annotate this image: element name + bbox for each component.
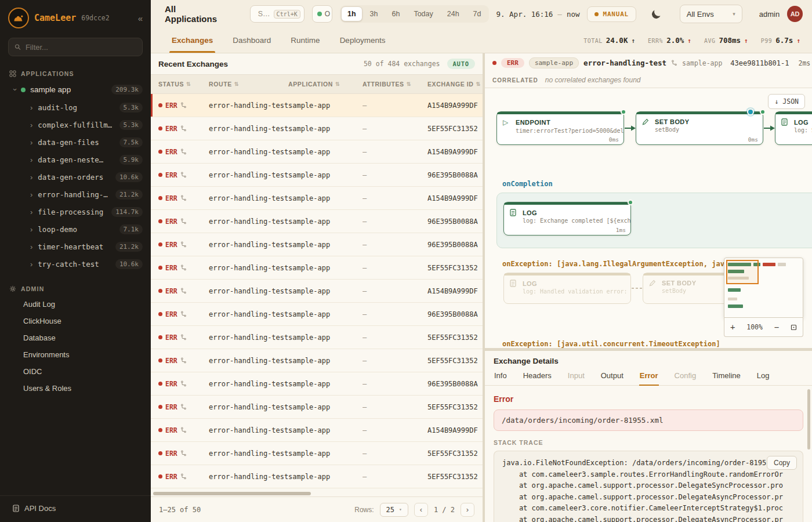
sidebar-route-item[interactable]: › audit-log 5.3k bbox=[0, 99, 151, 116]
table-row[interactable]: ERR error-handling-test sample-app — A15… bbox=[151, 187, 483, 210]
time-range-button[interactable]: 7d bbox=[467, 6, 488, 21]
column-header[interactable]: ATTRIBUTES ⇅ bbox=[362, 81, 427, 88]
time-range-button[interactable]: 3h bbox=[364, 6, 385, 21]
table-row[interactable]: ERR error-handling-test sample-app — 5EF… bbox=[151, 442, 483, 465]
environment-select[interactable]: All Envs ▾ bbox=[680, 5, 742, 23]
zoom-out-button[interactable]: − bbox=[774, 322, 779, 332]
table-row[interactable]: ERR error-handling-test sample-app — 5EF… bbox=[151, 349, 483, 372]
column-header[interactable]: ROUTE ⇅ bbox=[209, 81, 288, 88]
admin-menu-item[interactable]: OIDC bbox=[0, 363, 151, 380]
details-tab[interactable]: Error bbox=[639, 370, 659, 385]
nav-tab[interactable]: Dashboard bbox=[233, 28, 271, 53]
table-row[interactable]: ERR error-handling-test sample-app — 96E… bbox=[151, 372, 483, 396]
admin-menu-item[interactable]: ClickHouse bbox=[0, 313, 151, 329]
date-range[interactable]: 9. Apr. 16:16 — now bbox=[496, 10, 580, 19]
time-range-button[interactable]: Today bbox=[407, 6, 439, 21]
sort-icon[interactable]: ⇅ bbox=[407, 81, 411, 87]
exchange-id-cell: A154B9A999DF bbox=[427, 426, 483, 434]
table-row[interactable]: ERR error-handling-test sample-app — A15… bbox=[151, 419, 483, 442]
table-row[interactable]: ERR error-handling-test sample-app — 96E… bbox=[151, 210, 483, 233]
oncompletion-log-node[interactable]: LOG log: Exchange completed [${exchan 1m… bbox=[503, 202, 631, 235]
table-row[interactable]: ERR error-handling-test sample-app — A15… bbox=[151, 280, 483, 303]
time-range-button[interactable]: 6h bbox=[385, 6, 406, 21]
sidebar-app-sample-app[interactable]: › sample app 209.3k bbox=[0, 81, 151, 99]
details-tab[interactable]: Log bbox=[756, 370, 770, 385]
details-tab[interactable]: Info bbox=[494, 370, 507, 385]
filter-input[interactable] bbox=[26, 43, 136, 52]
application-cell: sample-app bbox=[288, 426, 362, 434]
details-tab[interactable]: Config bbox=[674, 370, 697, 385]
flow-node-setbody[interactable]: SET BODY setBody 0ms bbox=[636, 111, 763, 145]
column-header[interactable]: STATUS ⇅ bbox=[158, 81, 209, 88]
details-tab[interactable]: Headers bbox=[523, 370, 552, 385]
table-row[interactable]: ERR error-handling-test sample-app — 5EF… bbox=[151, 256, 483, 280]
application-cell: sample-app bbox=[288, 171, 362, 179]
time-range-button[interactable]: 1h bbox=[341, 6, 362, 21]
minimap[interactable] bbox=[724, 258, 803, 318]
sort-icon[interactable]: ⇅ bbox=[186, 81, 191, 87]
rows-per-page-select[interactable]: 25 ▾ bbox=[380, 503, 408, 517]
table-row[interactable]: ERR error-handling-test sample-app — 5EF… bbox=[151, 326, 483, 349]
application-cell: sample-app bbox=[288, 287, 362, 295]
flow-node-log[interactable]: LOG log: Sta bbox=[775, 111, 812, 145]
status-cell: ERR bbox=[158, 241, 209, 249]
collapse-sidebar-button[interactable]: « bbox=[138, 13, 143, 23]
column-header[interactable]: EXCHANGE ID ⇅ bbox=[427, 81, 483, 88]
vertical-scrollbar-thumb[interactable] bbox=[807, 389, 810, 449]
details-tab[interactable]: Input bbox=[567, 370, 585, 385]
manual-mode-button[interactable]: MANUAL bbox=[587, 6, 636, 22]
sidebar-route-item[interactable]: › data-gen-neste… 5.9k bbox=[0, 151, 151, 168]
sidebar-route-item[interactable]: › data-gen-orders 10.6k bbox=[0, 168, 151, 186]
table-row[interactable]: ERR error-handling-test sample-app — 5EF… bbox=[151, 465, 483, 488]
copy-button[interactable]: Copy bbox=[767, 456, 797, 470]
details-tab[interactable]: Output bbox=[600, 370, 624, 385]
zoom-fit-button[interactable] bbox=[791, 324, 797, 331]
nav-tab[interactable]: Deployments bbox=[340, 28, 386, 53]
minimap-viewport[interactable] bbox=[726, 260, 759, 284]
flow-node-endpoint[interactable]: ▷ ENDPOINT timer:errorTest?period=5000&d… bbox=[496, 111, 624, 145]
sidebar-route-item[interactable]: › data-gen-files 7.5k bbox=[0, 133, 151, 151]
details-tab[interactable]: Timeline bbox=[712, 370, 741, 385]
sidebar-route-item[interactable]: › error-handling-… 21.2k bbox=[0, 186, 151, 203]
zoom-in-button[interactable]: + bbox=[730, 322, 735, 332]
auto-refresh-badge[interactable]: AUTO bbox=[447, 59, 476, 69]
download-json-button[interactable]: ↓ JSON bbox=[768, 94, 805, 109]
route-count-badge: 7.5k bbox=[119, 137, 143, 147]
table-row[interactable]: ERR error-handling-test sample-app — 96E… bbox=[151, 303, 483, 326]
time-range-button[interactable]: 24h bbox=[441, 6, 466, 21]
sidebar-route-item[interactable]: › timer-heartbeat 21.2k bbox=[0, 238, 151, 255]
sidebar-route-item[interactable]: › try-catch-test 10.6k bbox=[0, 255, 151, 273]
horizontal-scrollbar-thumb[interactable] bbox=[153, 492, 311, 495]
admin-menu-item[interactable]: Audit Log bbox=[0, 296, 151, 313]
live-indicator-toggle[interactable]: O bbox=[312, 5, 332, 23]
sidebar-route-item[interactable]: › file-processing 114.7k bbox=[0, 203, 151, 220]
next-page-button[interactable]: › bbox=[461, 503, 474, 517]
stat-label: AVG bbox=[704, 38, 716, 44]
table-row[interactable]: ERR error-handling-test sample-app — A15… bbox=[151, 140, 483, 164]
table-row[interactable]: ERR error-handling-test sample-app — 96E… bbox=[151, 164, 483, 187]
table-row[interactable]: ERR error-handling-test sample-app — 5EF… bbox=[151, 396, 483, 419]
prev-page-button[interactable]: ‹ bbox=[414, 503, 428, 517]
sort-icon[interactable]: ⇅ bbox=[335, 81, 340, 87]
user-avatar[interactable]: AD bbox=[787, 6, 803, 22]
nav-tab[interactable]: Runtime bbox=[291, 28, 320, 53]
table-row[interactable]: ERR error-handling-test sample-app — 5EF… bbox=[151, 117, 483, 140]
flow-canvas[interactable]: ↓ JSON ▷ bbox=[485, 88, 812, 348]
dark-mode-toggle[interactable] bbox=[648, 6, 664, 22]
admin-menu-item[interactable]: Environments bbox=[0, 346, 151, 363]
sidebar-route-item[interactable]: › loop-demo 7.1k bbox=[0, 220, 151, 238]
sidebar-route-item[interactable]: › complex-fulfillm… 5.3k bbox=[0, 116, 151, 133]
onexception-log-node[interactable]: LOG log: Handled validation error: ${exc… bbox=[503, 273, 631, 304]
sort-icon[interactable]: ⇅ bbox=[476, 81, 481, 87]
sort-icon[interactable]: ⇅ bbox=[234, 81, 239, 87]
table-row[interactable]: ERR error-handling-test sample-app — A15… bbox=[151, 94, 483, 117]
column-header[interactable]: APPLICATION ⇅ bbox=[288, 81, 362, 88]
sidebar-filter[interactable] bbox=[8, 38, 143, 56]
api-docs-link[interactable]: API Docs bbox=[0, 495, 151, 522]
global-search[interactable]: S… Ctrl+K bbox=[250, 5, 304, 23]
nav-tab[interactable]: Exchanges bbox=[172, 28, 213, 53]
admin-menu-item[interactable]: Users & Roles bbox=[0, 380, 151, 397]
admin-menu-item[interactable]: Database bbox=[0, 329, 151, 346]
table-row[interactable]: ERR error-handling-test sample-app — 96E… bbox=[151, 233, 483, 256]
chevron-down-icon: ▾ bbox=[399, 507, 402, 512]
